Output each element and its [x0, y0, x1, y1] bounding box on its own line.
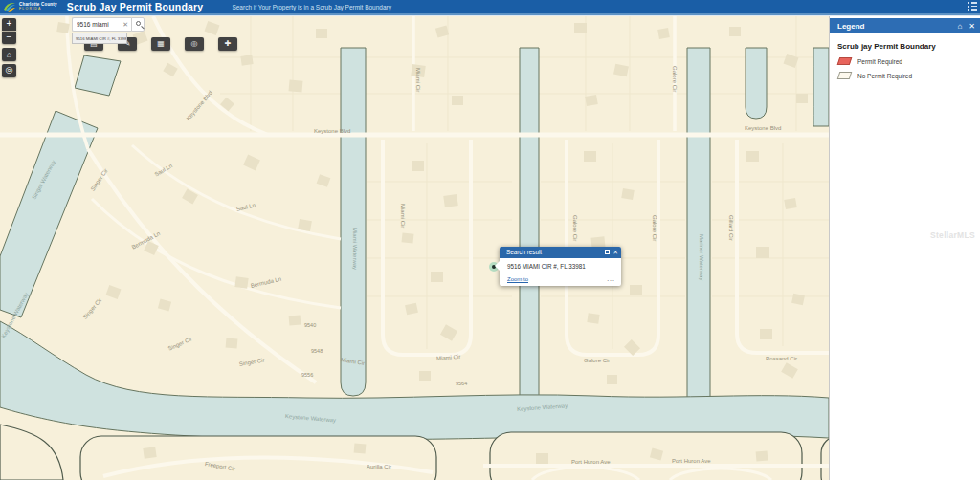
popup-title: Search result: [506, 249, 542, 255]
zoom-to-link[interactable]: Zoom to: [507, 276, 528, 282]
map-label: Port Huron Ave: [672, 458, 711, 464]
popup-address: 9516 MIAMI CIR #, FL 33981: [500, 258, 621, 270]
map-label: Keystone Blvd: [745, 125, 781, 131]
map-label: Galore Cir: [652, 215, 657, 241]
map-label: Galore Cir: [584, 358, 610, 363]
dock-icon[interactable]: ⌂: [957, 22, 962, 31]
map-canvas[interactable]: Keystone BlvdKeystone BlvdKeystone BlvdS…: [0, 16, 829, 480]
details-menu-icon[interactable]: [968, 2, 977, 11]
map-label: Port Huron Ave: [571, 459, 611, 465]
clear-search-icon[interactable]: ✕: [120, 21, 131, 29]
map-label: 9540: [304, 322, 316, 328]
map-label: Keystone Blvd: [314, 128, 350, 134]
header-accent-strip: [0, 13, 980, 16]
legend-header: Legend ⌂ ✕: [830, 18, 980, 33]
measure-button[interactable]: ◎: [185, 37, 204, 51]
search-bar: ✕: [72, 17, 145, 32]
map-label: 9548: [311, 348, 323, 354]
map-label: 9564: [456, 381, 467, 386]
search-input[interactable]: [73, 21, 120, 28]
map-label: 9556: [301, 372, 313, 378]
county-logo: Charlotte County FLORIDA: [3, 1, 57, 12]
legend-swatch-red: [837, 57, 853, 65]
measure-icon: ◎: [191, 39, 198, 48]
legend-panel: Legend ⌂ ✕ Scrub jay Permit Boundary Per…: [829, 16, 980, 480]
close-icon[interactable]: ✕: [969, 22, 975, 31]
more-options-icon[interactable]: ...: [607, 277, 615, 281]
home-icon: ⌂: [7, 50, 11, 59]
popup-header[interactable]: Search result ✕: [500, 247, 621, 258]
search-box: ✕: [72, 17, 131, 32]
map-label: Galore Cir: [672, 66, 678, 92]
map-label: Gillard Cir: [728, 215, 734, 241]
map-label: Rossand Cir: [766, 356, 797, 361]
search-icon: [136, 21, 141, 26]
legend-item: No Permit Required: [838, 72, 980, 79]
zoom-out-button[interactable]: −: [2, 32, 16, 44]
page-title: Scrub Jay Permit Boundary: [67, 1, 204, 12]
search-result-popup: Search result ✕ 9516 MIAMI CIR #, FL 339…: [500, 247, 621, 286]
close-icon[interactable]: ✕: [613, 247, 618, 258]
county-logo-icon: [3, 1, 16, 12]
maximize-icon[interactable]: [605, 250, 610, 254]
map-label: Mariner Waterway: [699, 234, 704, 280]
legend-item: Permit Required: [838, 57, 980, 65]
zoom-in-button[interactable]: +: [2, 18, 16, 31]
map-label: Miami Cir: [415, 68, 421, 92]
watermark: StellarMLS: [930, 230, 975, 240]
legend-items: Permit RequiredNo Permit Required: [830, 57, 980, 79]
map-label: Galore Cir: [572, 215, 578, 241]
map-label: Miami Cir: [400, 204, 406, 228]
app-header: Charlotte County FLORIDA Scrub Jay Permi…: [0, 0, 980, 13]
search-suggestion-item[interactable]: 9516 MIAMI CIR #, FL 33981: [72, 33, 127, 44]
logo-state-name: FLORIDA: [19, 8, 57, 11]
locate-button[interactable]: ◎: [2, 64, 16, 77]
locate-icon: ◎: [6, 65, 13, 75]
popup-arrow: [495, 261, 500, 271]
legend-swatch-white: [837, 72, 853, 79]
basemap-icon: ▦: [157, 39, 165, 48]
legend-layer-heading: Scrub jay Permit Boundary: [837, 42, 980, 51]
home-button[interactable]: ⌂: [2, 48, 16, 61]
add-data-button[interactable]: ✚: [218, 37, 237, 51]
page-subtitle: Search if Your Property is in a Scrub Ja…: [232, 4, 391, 11]
add-data-icon: ✚: [225, 39, 232, 48]
app-window: Keystone BlvdKeystone BlvdKeystone BlvdS…: [0, 0, 980, 480]
legend-title: Legend: [837, 22, 957, 31]
legend-item-label: Permit Required: [858, 58, 902, 65]
map-label: Aurilla Cir: [367, 464, 391, 469]
map-label: Miami Waterway: [352, 228, 358, 270]
basemap-button[interactable]: ▦: [151, 37, 170, 51]
basemap: [0, 16, 829, 480]
search-button[interactable]: [131, 17, 145, 32]
legend-item-label: No Permit Required: [858, 73, 912, 79]
